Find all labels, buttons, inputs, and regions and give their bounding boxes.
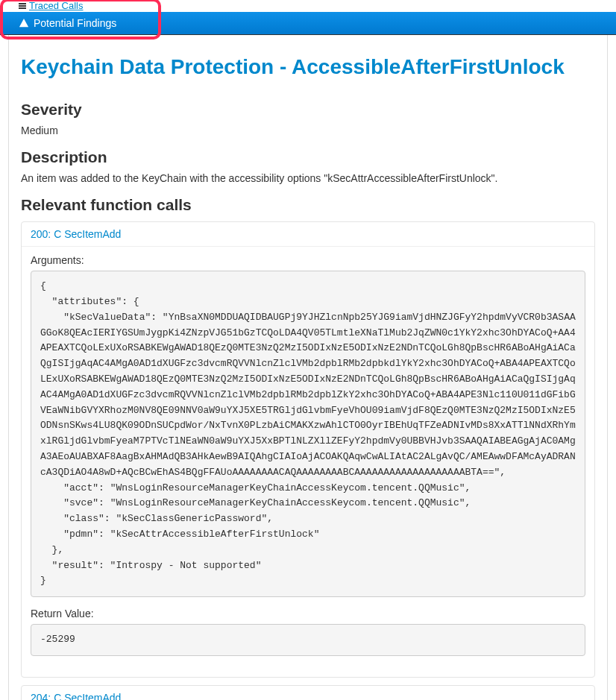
function-call-panel: 204: C SecItemAdd <box>21 685 595 700</box>
potential-findings-label: Potential Findings <box>34 17 116 29</box>
finding-content: Keychain Data Protection - AccessibleAft… <box>8 35 608 701</box>
traced-calls-link[interactable]: Traced Calls <box>19 0 83 11</box>
call-link-204[interactable]: 204: C SecItemAdd <box>31 692 121 700</box>
traced-calls-label: Traced Calls <box>29 0 83 11</box>
return-value-label: Return Value: <box>31 608 585 619</box>
function-call-panel: 200: C SecItemAdd Arguments: { "attribut… <box>21 221 595 678</box>
warning-icon <box>19 18 29 28</box>
relevant-calls-heading: Relevant function calls <box>21 196 595 214</box>
severity-value: Medium <box>21 124 595 136</box>
arguments-block: { "attributes": { "kSecValueData": "YnBs… <box>31 271 585 597</box>
description-value: An item was added to the KeyChain with t… <box>21 172 595 184</box>
tab-potential-findings[interactable]: Potential Findings <box>0 12 616 35</box>
list-icon <box>19 2 26 10</box>
return-value-block: -25299 <box>31 624 585 656</box>
arguments-label: Arguments: <box>31 254 585 266</box>
severity-heading: Severity <box>21 101 595 119</box>
finding-title: Keychain Data Protection - AccessibleAft… <box>21 56 595 79</box>
description-heading: Description <box>21 148 595 166</box>
call-link-200[interactable]: 200: C SecItemAdd <box>31 228 121 240</box>
